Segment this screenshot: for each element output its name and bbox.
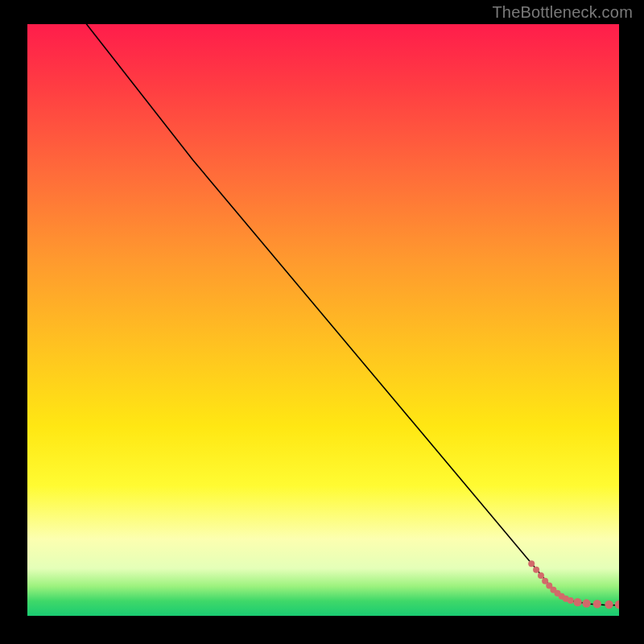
markers-group <box>528 560 619 609</box>
marker-dot <box>528 560 535 567</box>
marker-dot <box>605 601 613 609</box>
marker-dot <box>593 600 601 608</box>
marker-dot <box>533 567 539 573</box>
marker-dot <box>582 599 590 607</box>
curve-path <box>87 24 620 605</box>
marker-dot <box>615 601 619 609</box>
marker-dot <box>573 598 581 606</box>
chart-stage: TheBottleneck.com <box>0 0 644 644</box>
attribution-label: TheBottleneck.com <box>492 3 633 22</box>
marker-dot <box>538 572 544 579</box>
chart-overlay <box>27 24 619 616</box>
plot-area <box>27 24 619 616</box>
marker-dot <box>568 597 574 604</box>
